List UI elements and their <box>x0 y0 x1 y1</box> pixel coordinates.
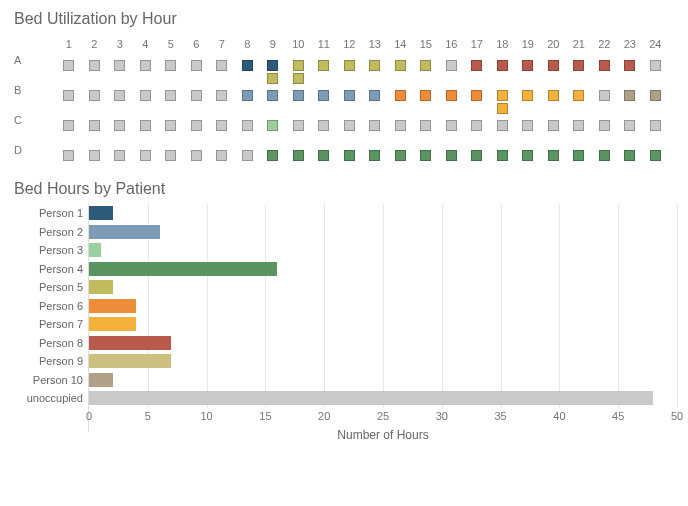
heat-box-p1 <box>242 60 253 71</box>
heat-col-20: 20 <box>541 38 567 50</box>
heat-box-p4 <box>344 150 355 161</box>
heat-cell <box>133 54 159 84</box>
heat-cell <box>388 54 414 84</box>
heat-cell <box>235 54 261 84</box>
heat-cell <box>643 54 669 84</box>
heat-box-p2 <box>344 90 355 101</box>
heat-cell <box>56 84 82 114</box>
heat-box-unoccupied <box>63 60 74 71</box>
heat-box-p4 <box>446 150 457 161</box>
x-tick-20: 20 <box>318 410 330 422</box>
heat-cell <box>286 144 312 161</box>
heat-row-label-C: C <box>14 114 56 126</box>
heat-cell <box>464 84 490 114</box>
bar-label: Person 3 <box>9 244 83 256</box>
heat-cell <box>515 54 541 84</box>
heat-box-p4 <box>420 150 431 161</box>
heat-cell <box>566 84 592 114</box>
heat-cell <box>439 144 465 161</box>
heat-cell <box>515 114 541 131</box>
heat-box-unoccupied <box>318 120 329 131</box>
heat-cell <box>617 114 643 131</box>
heat-box-p5 <box>369 60 380 71</box>
heat-cell <box>235 114 261 131</box>
heat-box-unoccupied <box>522 120 533 131</box>
heat-cell <box>490 54 516 84</box>
heat-box-p7 <box>497 90 508 101</box>
heat-box-p5 <box>420 60 431 71</box>
heat-cell <box>643 114 669 131</box>
heat-cell <box>184 114 210 131</box>
heat-box-p6 <box>420 90 431 101</box>
heat-col-21: 21 <box>566 38 592 50</box>
x-tick-25: 25 <box>377 410 389 422</box>
heat-box-unoccupied <box>216 120 227 131</box>
gridline <box>383 204 384 408</box>
heat-cell <box>566 54 592 84</box>
heat-cell <box>286 114 312 131</box>
heat-cell <box>592 54 618 84</box>
bar-row: Person 9 <box>89 352 171 371</box>
bar-label: Person 1 <box>9 207 83 219</box>
heat-col-9: 9 <box>260 38 286 50</box>
heat-col-19: 19 <box>515 38 541 50</box>
heat-cell <box>235 84 261 114</box>
heat-cell <box>209 84 235 114</box>
heat-box-unoccupied <box>369 120 380 131</box>
bar-p8 <box>89 336 171 350</box>
heat-col-6: 6 <box>184 38 210 50</box>
heat-col-4: 4 <box>133 38 159 50</box>
bar-label: Person 6 <box>9 300 83 312</box>
heat-box-unoccupied <box>89 150 100 161</box>
heat-cell <box>133 144 159 161</box>
heat-box-unoccupied <box>89 90 100 101</box>
bar-p2 <box>89 225 160 239</box>
heat-cell <box>184 54 210 84</box>
gridline <box>442 204 443 408</box>
heat-cell <box>592 144 618 161</box>
heat-cell <box>311 144 337 161</box>
heat-row-A: A <box>14 54 674 84</box>
heat-cell <box>617 144 643 161</box>
bar-p4 <box>89 262 277 276</box>
x-tick-10: 10 <box>200 410 212 422</box>
heat-box-p8 <box>573 60 584 71</box>
heat-box-p7 <box>548 90 559 101</box>
heat-row-label-B: B <box>14 84 56 96</box>
heat-cell <box>337 54 363 84</box>
heat-cell <box>362 144 388 161</box>
bar-p3 <box>89 243 101 257</box>
heat-cell <box>413 54 439 84</box>
gridline <box>618 204 619 408</box>
heat-box-p4 <box>471 150 482 161</box>
x-tick-0: 0 <box>86 410 92 422</box>
heat-box-unoccupied <box>446 60 457 71</box>
heat-cell <box>133 114 159 131</box>
heat-box-unoccupied <box>344 120 355 131</box>
heat-box-unoccupied <box>63 150 74 161</box>
heat-box-p5 <box>293 60 304 71</box>
heat-cell <box>133 84 159 114</box>
heat-box-p4 <box>650 150 661 161</box>
heat-cell <box>107 54 133 84</box>
heat-cell <box>56 54 82 84</box>
bar-label: Person 2 <box>9 226 83 238</box>
heat-cell <box>413 114 439 131</box>
heat-box-unoccupied <box>165 120 176 131</box>
bar-label: Person 4 <box>9 263 83 275</box>
heat-box-p5 <box>293 73 304 84</box>
heat-cell <box>56 114 82 131</box>
heat-box-unoccupied <box>63 90 74 101</box>
heat-cell <box>643 84 669 114</box>
bar-row: Person 1 <box>89 204 113 223</box>
bar-label: Person 5 <box>9 281 83 293</box>
bar-p7 <box>89 317 136 331</box>
heat-cell <box>566 114 592 131</box>
heat-box-unoccupied <box>114 120 125 131</box>
heat-box-unoccupied <box>497 120 508 131</box>
heat-cell <box>617 84 643 114</box>
heat-cell <box>286 54 312 84</box>
heat-box-p8 <box>522 60 533 71</box>
heat-cell <box>413 84 439 114</box>
heat-box-unoccupied <box>650 60 661 71</box>
